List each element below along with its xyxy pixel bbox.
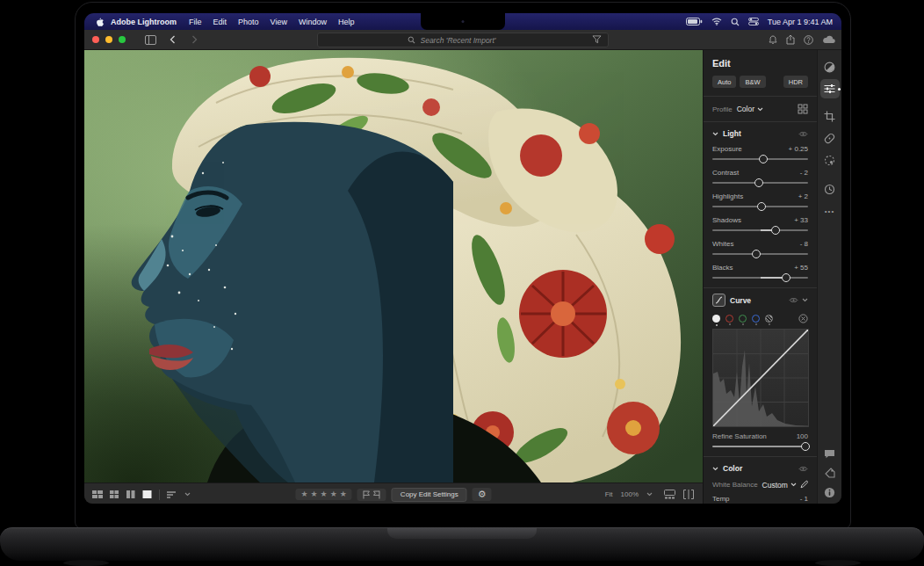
gear-icon: ⚙ bbox=[478, 490, 487, 499]
sidebar-toggle-icon[interactable] bbox=[145, 35, 156, 45]
slider-knob[interactable] bbox=[752, 250, 761, 258]
spotlight-icon[interactable] bbox=[731, 18, 740, 26]
masking-tool-button[interactable] bbox=[820, 150, 840, 170]
slider-knob[interactable] bbox=[757, 202, 766, 211]
bw-button[interactable]: B&W bbox=[740, 76, 765, 88]
notifications-bell-icon[interactable] bbox=[769, 35, 777, 45]
curve-channel-green[interactable] bbox=[739, 315, 747, 323]
menu-item-window[interactable]: Window bbox=[299, 18, 327, 26]
info-icon[interactable] bbox=[824, 487, 835, 498]
star-icon[interactable]: ★ bbox=[311, 490, 318, 498]
white-balance-dropdown[interactable]: Custom bbox=[762, 481, 797, 490]
menu-item-file[interactable]: File bbox=[189, 18, 202, 26]
zoom-button[interactable] bbox=[119, 36, 126, 43]
eye-icon[interactable] bbox=[789, 297, 798, 303]
star-icon[interactable]: ★ bbox=[321, 490, 328, 498]
healing-tool-button[interactable] bbox=[820, 128, 840, 148]
light-section-header[interactable]: Light bbox=[712, 129, 808, 138]
minimize-button[interactable] bbox=[105, 36, 112, 43]
profile-row: Profile Color bbox=[712, 104, 808, 114]
slider-knob[interactable] bbox=[771, 226, 780, 235]
before-after-icon[interactable] bbox=[683, 490, 694, 499]
slider-knob[interactable] bbox=[782, 273, 790, 282]
profile-dropdown[interactable]: Color bbox=[737, 105, 763, 113]
compare-view-icon[interactable] bbox=[126, 490, 135, 499]
slider-knob[interactable] bbox=[759, 155, 768, 163]
healing-brush-icon bbox=[824, 133, 835, 144]
hdr-button[interactable]: HDR bbox=[783, 76, 808, 88]
flag-controls[interactable] bbox=[357, 489, 386, 501]
color-section-header[interactable]: Color bbox=[712, 464, 808, 473]
search-input[interactable] bbox=[419, 35, 519, 46]
masking-icon bbox=[824, 155, 835, 166]
menu-item-photo[interactable]: Photo bbox=[238, 18, 259, 26]
menu-clock[interactable]: Tue Apr 1 9:41 AM bbox=[768, 18, 833, 26]
auto-button[interactable]: Auto bbox=[712, 76, 736, 88]
zoom-chevron-icon[interactable] bbox=[646, 492, 653, 497]
crop-tool-button[interactable] bbox=[820, 106, 840, 126]
curve-tool-icon bbox=[712, 294, 725, 307]
versions-button[interactable] bbox=[820, 179, 840, 199]
forward-arrow-icon[interactable] bbox=[190, 35, 199, 44]
refine-saturation-slider[interactable] bbox=[712, 446, 808, 447]
refine-saturation-value: 100 bbox=[797, 432, 808, 440]
search-field[interactable] bbox=[317, 33, 609, 47]
copy-edit-settings-button[interactable]: Copy Edit Settings bbox=[392, 488, 467, 502]
curve-channel-red[interactable] bbox=[725, 315, 733, 323]
targeted-adjustment-icon[interactable] bbox=[798, 314, 808, 323]
keyword-tag-icon[interactable] bbox=[825, 468, 835, 478]
detail-view-icon[interactable] bbox=[142, 490, 152, 499]
eye-icon[interactable] bbox=[798, 131, 808, 137]
chevron-down-icon bbox=[790, 483, 797, 487]
slider-knob[interactable] bbox=[754, 178, 763, 187]
slider-knob[interactable] bbox=[801, 442, 810, 451]
help-icon[interactable] bbox=[804, 35, 813, 45]
curve-section-header[interactable]: Curve bbox=[712, 294, 808, 307]
curve-channel-blue[interactable] bbox=[752, 315, 760, 323]
photo-grid-view-icon[interactable] bbox=[92, 490, 103, 499]
chevron-down-icon[interactable] bbox=[802, 298, 808, 302]
square-grid-view-icon[interactable] bbox=[110, 490, 119, 499]
star-icon[interactable]: ★ bbox=[330, 490, 337, 498]
filter-icon[interactable] bbox=[592, 35, 602, 44]
share-icon[interactable] bbox=[786, 34, 795, 45]
star-icon[interactable]: ★ bbox=[340, 490, 347, 498]
active-tool-indicator bbox=[838, 88, 841, 91]
eyedropper-icon[interactable] bbox=[798, 480, 808, 490]
menu-item-edit[interactable]: Edit bbox=[213, 18, 227, 26]
presets-icon bbox=[824, 62, 835, 73]
curve-channels bbox=[712, 314, 808, 323]
reject-flag-icon[interactable] bbox=[373, 490, 381, 499]
apple-menu-icon[interactable] bbox=[95, 17, 104, 27]
close-button[interactable] bbox=[92, 36, 99, 43]
fit-label[interactable]: Fit bbox=[605, 490, 613, 498]
control-center-icon[interactable] bbox=[748, 18, 759, 25]
filmstrip-toggle-icon[interactable] bbox=[664, 490, 675, 499]
tone-curve-graph[interactable] bbox=[712, 329, 809, 427]
curve-channel-all[interactable] bbox=[712, 315, 720, 323]
star-icon[interactable]: ★ bbox=[300, 490, 307, 498]
back-arrow-icon[interactable] bbox=[169, 35, 177, 44]
cloud-sync-icon[interactable] bbox=[822, 35, 835, 44]
star-rating[interactable]: ★ ★ ★ ★ ★ bbox=[295, 489, 351, 500]
zoom-level[interactable]: 100% bbox=[621, 490, 639, 498]
white-balance-row: White Balance Custom bbox=[712, 480, 808, 490]
sort-icon[interactable] bbox=[167, 490, 177, 499]
curve-channel-parametric[interactable] bbox=[765, 315, 773, 323]
menu-item-view[interactable]: View bbox=[271, 18, 287, 26]
edit-tool-button[interactable] bbox=[820, 79, 840, 98]
menu-app-name[interactable]: Adobe Lightroom bbox=[111, 18, 177, 26]
photo-canvas[interactable] bbox=[84, 50, 703, 483]
more-options-button[interactable]: ••• bbox=[820, 201, 840, 221]
profile-browser-icon[interactable] bbox=[798, 104, 808, 114]
sort-chevron-icon[interactable] bbox=[184, 492, 191, 497]
settings-gear-button[interactable]: ⚙ bbox=[473, 488, 492, 501]
window-titlebar bbox=[84, 30, 841, 50]
presets-button[interactable] bbox=[820, 57, 840, 76]
eye-icon[interactable] bbox=[798, 466, 808, 472]
menu-item-help[interactable]: Help bbox=[338, 18, 355, 26]
wifi-icon[interactable] bbox=[711, 18, 722, 25]
battery-icon[interactable] bbox=[686, 18, 703, 25]
comments-icon[interactable] bbox=[824, 449, 835, 459]
pick-flag-icon[interactable] bbox=[363, 490, 371, 499]
